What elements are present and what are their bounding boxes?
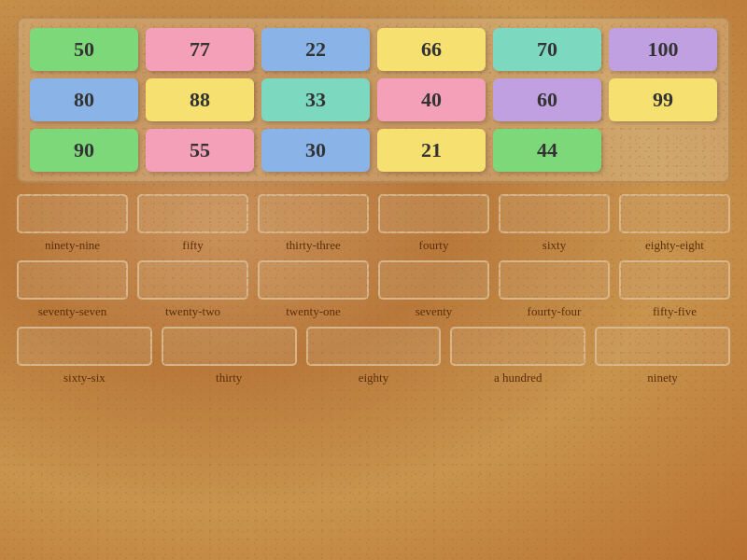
drop-box-r0-c5[interactable] — [619, 194, 730, 236]
sticky-note-r0-c0: 50 — [30, 28, 138, 71]
sticky-note-r0-c4: 70 — [493, 28, 601, 71]
drop-box-r1-c0[interactable] — [17, 260, 128, 302]
word-label-r0-c5: eighty-eight — [643, 238, 706, 252]
drop-box-r1-c3[interactable] — [378, 260, 489, 302]
match-row-1: seventy-seventwenty-twotwenty-oneseventy… — [17, 260, 730, 319]
word-label-r2-c1: thirty — [214, 371, 244, 385]
word-label-r2-c2: eighty — [357, 371, 391, 385]
word-label-r2-c0: sixty-six — [62, 371, 107, 385]
sticky-note-r0-c3: 66 — [377, 28, 486, 71]
drop-box-r2-c3[interactable] — [450, 327, 585, 369]
sticky-note-r1-c0: 80 — [30, 78, 138, 121]
word-label-r0-c3: fourty — [417, 238, 451, 252]
drop-box-r1-c5[interactable] — [619, 260, 730, 302]
word-label-r0-c1: fifty — [180, 238, 204, 252]
word-label-r1-c1: twenty-two — [163, 304, 222, 318]
sticky-note-r0-c5: 100 — [609, 28, 717, 71]
notes-board: 50772266701008088334060999055302144 — [17, 17, 730, 183]
word-label-r2-c4: ninety — [645, 371, 680, 385]
sticky-note-r1-c5: 99 — [609, 78, 717, 121]
match-section: ninety-ninefiftythirty-threefourtysixtye… — [17, 194, 730, 385]
word-label-r1-c3: seventy — [414, 304, 455, 318]
sticky-note-r0-c1: 77 — [146, 28, 254, 71]
sticky-note-r1-c4: 60 — [493, 78, 601, 121]
drop-box-r1-c4[interactable] — [499, 260, 610, 302]
drop-box-r0-c4[interactable] — [499, 194, 610, 236]
match-row-0: ninety-ninefiftythirty-threefourtysixtye… — [17, 194, 730, 253]
word-label-r0-c0: ninety-nine — [43, 238, 102, 252]
drop-box-r2-c2[interactable] — [306, 327, 442, 369]
drop-box-r2-c4[interactable] — [595, 327, 730, 369]
sticky-note-r2-c2: 30 — [261, 129, 370, 172]
word-label-r2-c3: a hundred — [492, 371, 544, 385]
word-label-r1-c4: fourty-four — [526, 304, 584, 318]
corkboard: 50772266701008088334060999055302144 nine… — [0, 0, 747, 560]
drop-box-r1-c1[interactable] — [137, 260, 248, 302]
drop-box-r2-c1[interactable] — [162, 327, 297, 369]
sticky-note-r0-c2: 22 — [261, 28, 370, 71]
sticky-note-r2-c1: 55 — [146, 129, 254, 172]
word-label-r0-c2: thirty-three — [284, 238, 342, 252]
word-label-r1-c0: seventy-seven — [36, 304, 109, 318]
drop-box-r0-c3[interactable] — [378, 194, 489, 236]
word-label-r1-c2: twenty-one — [284, 304, 342, 318]
word-label-r1-c5: fifty-five — [651, 304, 698, 318]
drop-box-r1-c2[interactable] — [258, 260, 369, 302]
sticky-note-r1-c3: 40 — [377, 78, 486, 121]
drop-box-r0-c1[interactable] — [137, 194, 248, 236]
sticky-note-r1-c1: 88 — [146, 78, 254, 121]
drop-box-r0-c2[interactable] — [258, 194, 369, 236]
word-label-r0-c4: sixty — [541, 238, 568, 252]
drop-box-r0-c0[interactable] — [17, 194, 128, 236]
sticky-note-r1-c2: 33 — [261, 78, 370, 121]
sticky-note-r2-c3: 21 — [377, 129, 486, 172]
sticky-note-r2-c4: 44 — [493, 129, 601, 172]
sticky-note-r2-c0: 90 — [30, 129, 138, 172]
match-row-2: sixty-sixthirtyeightya hundredninety — [17, 327, 730, 385]
drop-box-r2-c0[interactable] — [17, 327, 152, 369]
